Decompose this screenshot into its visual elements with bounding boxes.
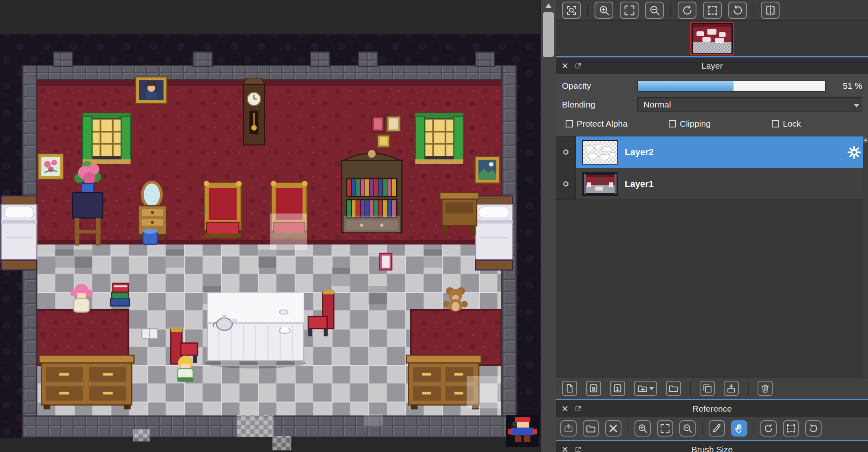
1bit-digit: 1 [611,385,624,392]
duplicate-layer-button[interactable] [700,381,715,396]
zoom-area-button[interactable] [562,2,581,19]
visibility-dot-icon [563,149,568,155]
ref-zoom-in-button[interactable] [634,420,651,437]
zoom-in-button[interactable] [595,2,613,19]
protect-alpha-checkbox[interactable]: Protect Alpha [566,119,669,129]
hand-tool-button[interactable] [731,420,747,437]
opacity-value: 51 % [826,81,862,91]
merge-layer-button[interactable] [724,381,739,396]
blending-value: Normal [643,100,671,110]
layer-list-scrollbar[interactable] [863,136,868,377]
flower-stand [73,161,103,246]
popout-panel-icon[interactable] [574,446,582,452]
close-panel-icon[interactable] [561,405,568,413]
bed-left [1,196,37,270]
fit-screen-icon [660,423,670,434]
brush-size-panel-header: Brush Size [556,440,868,452]
navigator-thumbnail-art [692,23,733,54]
new-layer-button[interactable] [562,381,577,396]
reference-toolbar [556,417,868,440]
layer-row-layer2[interactable]: Layer2 [556,136,868,168]
fit-screen-button[interactable] [620,2,639,19]
flip-horizontal-button[interactable] [761,2,780,19]
blonde-character [178,356,193,382]
grandfather-clock [243,78,264,145]
eyedropper-button[interactable] [709,420,725,437]
ref-rotate-left-button[interactable] [760,420,777,437]
lock-checkbox[interactable]: Lock [772,119,801,129]
opacity-label: Opacity [562,81,637,91]
portrait-painting [136,77,167,103]
layer-settings-button[interactable] [848,146,861,159]
clipping-label: Clipping [680,119,711,129]
toolbar-separator [748,382,749,395]
flower-painting [38,154,64,179]
canvas-artwork[interactable] [0,0,540,452]
opacity-slider[interactable] [637,81,826,92]
scrollbar-thumb[interactable] [543,12,554,57]
rotate-right-icon [732,4,744,16]
bed-right [476,196,512,270]
8bit-digit: 8 [587,385,600,392]
rotate-left-icon [681,4,693,16]
right-panel: Layer Opacity 51 % Blending Normal [556,0,868,452]
blending-dropdown[interactable]: Normal [637,97,862,112]
cabinet-left [39,355,134,409]
visibility-toggle[interactable] [556,168,576,200]
toolbar-separator [753,422,754,434]
capture-button[interactable] [560,420,577,437]
close-panel-icon[interactable] [561,446,568,452]
scroll-up-arrow-icon[interactable] [545,3,552,8]
reference-panel-title: Reference [692,404,732,414]
rotate-left-button[interactable] [678,2,696,19]
ref-fit-screen-button[interactable] [657,420,673,437]
layer-controls: Opacity 51 % Blending Normal Protect Alp… [556,74,868,136]
new-8bit-layer-button[interactable]: 8 [586,381,601,396]
trash-icon [760,383,770,393]
lock-label: Lock [783,119,801,129]
close-panel-icon[interactable] [561,62,568,70]
delete-layer-button[interactable] [758,381,773,396]
window-right [415,113,463,164]
layer-option-row: Protect Alpha Clipping Lock [556,114,868,134]
navigator-thumbnail[interactable] [690,22,734,55]
layer-list: Layer2 [556,136,868,377]
brush-size-panel-title: Brush Size [692,445,733,452]
select-area-icon [707,4,718,16]
ref-zoom-out-button[interactable] [679,420,696,437]
throne-chair-1 [204,181,242,238]
canvas-vertical-scrollbar[interactable] [540,0,556,452]
popout-panel-icon[interactable] [574,405,582,413]
visibility-toggle[interactable] [556,136,576,168]
folder-icon [668,383,679,393]
toolbar-separator [587,4,588,16]
rotate-right-button[interactable] [728,2,747,19]
select-area-button[interactable] [703,2,722,19]
ref-select-area-button[interactable] [783,420,799,437]
popout-panel-icon[interactable] [574,62,582,70]
new-1bit-layer-button[interactable]: 1 [610,381,625,396]
rotate-right-icon [808,423,819,434]
zoom-out-button[interactable] [645,2,664,19]
toolbar-separator [702,422,703,434]
paint-app-window: Layer Opacity 51 % Blending Normal [0,0,868,452]
reference-panel-header: Reference [556,399,868,417]
add-folder-button[interactable] [634,381,657,396]
zoom-out-icon [682,423,693,434]
folder-button[interactable] [666,381,681,396]
open-book [142,329,157,338]
window-left [83,113,131,164]
layer-row-layer1[interactable]: Layer1 [556,168,868,200]
visibility-dot-icon [563,181,568,187]
close-icon [608,423,619,434]
zoom-area-icon [566,4,577,16]
clipping-checkbox[interactable]: Clipping [669,119,772,129]
zoom-in-icon [598,4,610,16]
open-folder-button[interactable] [583,420,599,437]
list-scroll-up-icon[interactable] [863,136,868,143]
clear-reference-button[interactable] [605,420,621,437]
landscape-painting [475,156,500,183]
layer-panel-header: Layer [556,56,868,74]
ref-rotate-right-button[interactable] [805,420,822,437]
canvas-viewport[interactable] [0,0,540,452]
